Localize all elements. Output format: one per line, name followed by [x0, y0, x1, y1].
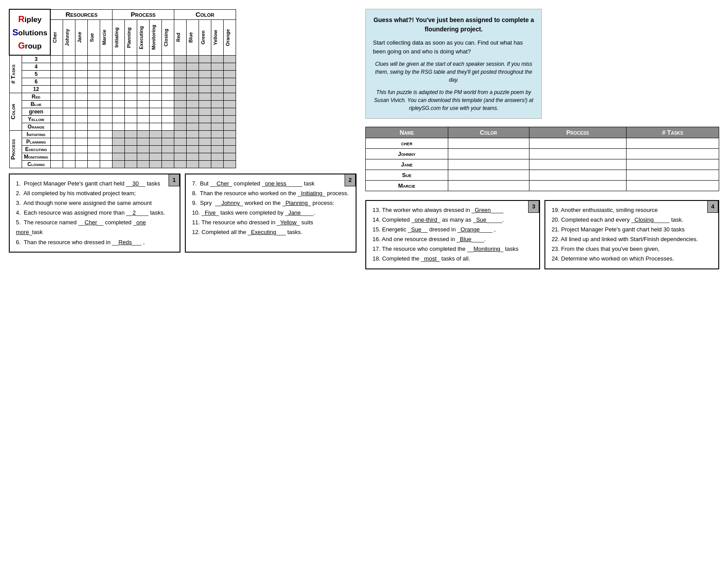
summary-col-name: Name	[366, 127, 448, 138]
col-yellow: Yellow	[211, 20, 223, 55]
process-row-planning: Planning	[9, 138, 236, 146]
summary-tasks-marcie[interactable]	[626, 181, 719, 191]
summary-row-sue: Sue	[366, 170, 719, 181]
process-row-monitoring: Monitoring	[9, 153, 236, 161]
color-header: Color	[174, 9, 236, 20]
row-label-orange: Orange	[22, 123, 50, 131]
summary-process-johnny[interactable]	[529, 149, 626, 159]
summary-color-cher[interactable]	[448, 138, 529, 149]
puzzle-grid: Ripley Solutions Group Resources Process	[9, 9, 236, 168]
row-label-blue: Blue	[22, 101, 50, 108]
col-initiating: Initiating	[112, 20, 124, 55]
process-section-label: Process	[10, 139, 16, 160]
row-label-executing: Executing	[22, 146, 50, 153]
row-label-12: 12	[22, 86, 50, 93]
summary-color-jane[interactable]	[448, 159, 529, 170]
summary-tasks-jane[interactable]	[626, 159, 719, 170]
clue-box-2-number: 2	[345, 174, 356, 186]
clue-box-3-number: 3	[528, 200, 539, 213]
summary-process-jane[interactable]	[529, 159, 626, 170]
color-row-orange: Orange	[9, 123, 236, 131]
clue-box-4: 4 19. Another enthusiastic, smiling reso…	[544, 200, 719, 269]
summary-name-cher: cher	[366, 138, 448, 149]
cell-3-yellow-gray	[211, 55, 223, 63]
row-label-red: Red	[22, 93, 50, 101]
col-cher: Cher	[50, 20, 63, 55]
cell-3-initiating[interactable]	[112, 55, 124, 63]
clue-box-2: 2 7. But __Cher_ completed _one less____…	[185, 174, 356, 253]
col-closing: Closing	[161, 20, 174, 55]
tasks-row-5: 5	[9, 71, 236, 78]
cell-3-red-gray	[174, 55, 186, 63]
cell-3-jane[interactable]	[75, 55, 87, 63]
clue-box-3: 3 13. The worker who always dressed in _…	[365, 200, 540, 269]
summary-color-sue[interactable]	[448, 170, 529, 181]
col-red: Red	[174, 20, 186, 55]
color-row-red: Color Red	[9, 93, 236, 101]
summary-name-johnny: Johnny	[366, 149, 448, 159]
cell-3-johnny[interactable]	[63, 55, 75, 63]
summary-col-tasks: # Tasks	[626, 127, 719, 138]
row-label-planning: Planning	[22, 138, 50, 146]
col-green: Green	[199, 20, 211, 55]
summary-col-process: Process	[529, 127, 626, 138]
info-box-title: Guess what?! You've just been assigned t…	[373, 15, 534, 34]
clue-box-1-number: 1	[169, 174, 180, 186]
cell-3-green-gray	[199, 55, 211, 63]
summary-name-jane: Jane	[366, 159, 448, 170]
process-row-closing: Closing	[9, 161, 236, 168]
row-label-yellow: Yellow	[22, 116, 50, 123]
summary-row-jane: Jane	[366, 159, 719, 170]
col-monitoring: Monitoring	[149, 20, 161, 55]
summary-row-marcie: Marcie	[366, 181, 719, 191]
clues-bottom-row: 3 13. The worker who always dressed in _…	[365, 200, 719, 269]
row-label-monitoring: Monitoring	[22, 153, 50, 161]
logo: Ripley Solutions Group	[12, 12, 47, 52]
info-box-footer: This fun puzzle is adapted to the PM wor…	[373, 88, 534, 112]
row-label-closing: Closing	[22, 161, 50, 168]
process-header: Process	[112, 9, 174, 20]
col-planning: Planning	[124, 20, 137, 55]
summary-tasks-cher[interactable]	[626, 138, 719, 149]
resources-header: Resources	[50, 9, 112, 20]
row-label-4: 4	[22, 63, 50, 71]
summary-tasks-johnny[interactable]	[626, 149, 719, 159]
summary-process-marcie[interactable]	[529, 181, 626, 191]
col-executing: Executing	[137, 20, 149, 55]
color-row-green: green	[9, 108, 236, 116]
tasks-section-label: # Tasks	[10, 64, 16, 84]
summary-row-cher: cher	[366, 138, 719, 149]
row-label-green: green	[22, 108, 50, 116]
info-box-clue-note: Clues will be given at the start of each…	[373, 60, 534, 84]
summary-tasks-sue[interactable]	[626, 170, 719, 181]
summary-col-color: Color	[448, 127, 529, 138]
tasks-row-12: 12	[9, 86, 236, 93]
tasks-row-4: 4	[9, 63, 236, 71]
row-label-5: 5	[22, 71, 50, 78]
color-row-blue: Blue	[9, 101, 236, 108]
summary-name-marcie: Marcie	[366, 181, 448, 191]
summary-process-sue[interactable]	[529, 170, 626, 181]
col-orange: Orange	[223, 20, 236, 55]
summary-table: Name Color Process # Tasks cher Johnny	[365, 127, 719, 191]
summary-color-marcie[interactable]	[448, 181, 529, 191]
color-section-label: Color	[10, 104, 16, 119]
cell-3-cher[interactable]	[50, 55, 63, 63]
cell-3-closing[interactable]	[161, 55, 174, 63]
process-row-executing: Executing	[9, 146, 236, 153]
cell-3-monitoring[interactable]	[149, 55, 161, 63]
cell-3-planning[interactable]	[124, 55, 137, 63]
tasks-row-3: # Tasks 3	[9, 55, 236, 63]
cell-3-executing[interactable]	[137, 55, 149, 63]
summary-process-cher[interactable]	[529, 138, 626, 149]
tasks-row-6: 6	[9, 78, 236, 86]
cell-3-sue[interactable]	[87, 55, 100, 63]
cell-3-marcie[interactable]	[100, 55, 112, 63]
color-row-yellow: Yellow	[9, 116, 236, 123]
info-box-para1: Start collecting data as soon as you can…	[373, 38, 534, 56]
summary-row-johnny: Johnny	[366, 149, 719, 159]
summary-color-johnny[interactable]	[448, 149, 529, 159]
col-sue: Sue	[87, 20, 100, 55]
col-jane: Jane	[75, 20, 87, 55]
col-blue: Blue	[186, 20, 199, 55]
